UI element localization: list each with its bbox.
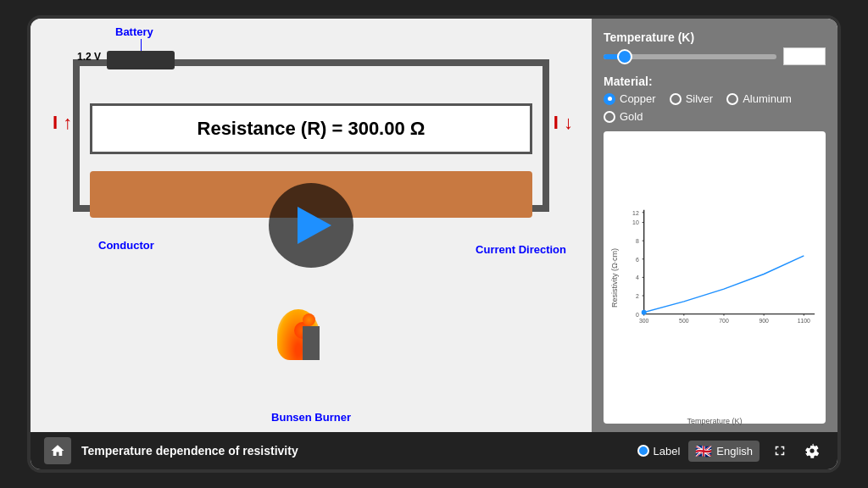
voltage-label: 1.2 V: [77, 51, 101, 63]
material-silver[interactable]: Silver: [670, 92, 714, 105]
fullscreen-button[interactable]: [768, 441, 792, 460]
temperature-label: Temperature (K): [604, 30, 826, 44]
svg-text:12: 12: [632, 210, 639, 216]
silver-label: Silver: [686, 92, 714, 105]
material-gold[interactable]: Gold: [604, 110, 643, 123]
temperature-input[interactable]: 300: [783, 47, 826, 65]
aluminum-label: Aluminum: [743, 92, 792, 105]
resistance-display: Resistance (R) = 300.00 Ω: [90, 103, 532, 154]
battery-box: [107, 51, 175, 69]
svg-text:700: 700: [719, 318, 729, 324]
svg-text:300: 300: [639, 318, 649, 324]
right-panel: Temperature (K) 300 Material: Copper: [592, 19, 837, 432]
material-section: Material: Copper Silver Aluminum: [604, 74, 826, 123]
main-content: Battery 1.2 V Resistance (R) = 300.00 Ω …: [31, 19, 837, 432]
material-label: Material:: [604, 75, 653, 88]
language-label: English: [716, 445, 753, 458]
resistance-value: Resistance (R) = 300.00 Ω: [198, 118, 426, 140]
copper-label: Copper: [620, 92, 656, 105]
play-button[interactable]: [269, 183, 353, 268]
flag-icon: 🇬🇧: [695, 443, 712, 459]
svg-text:500: 500: [679, 318, 689, 324]
bottom-title: Temperature dependence of resistivity: [81, 444, 627, 458]
svg-text:0: 0: [636, 312, 639, 318]
battery-connector-line: [141, 39, 142, 52]
gold-label: Gold: [620, 110, 643, 123]
resistivity-chart: 0 2 4 6 8 10 12 300 5: [627, 138, 819, 407]
label-toggle[interactable]: Label: [637, 445, 681, 458]
battery-label: Battery: [115, 25, 153, 38]
current-arrow-right: I ↓: [554, 112, 573, 134]
svg-text:8: 8: [636, 238, 639, 244]
y-axis-label: Resistivity (Ω·cm): [610, 247, 619, 307]
svg-point-26: [642, 310, 647, 315]
label-dot: [637, 445, 649, 457]
bunsen-label: Bunsen Burner: [271, 411, 351, 424]
chart-area: Resistivity (Ω·cm) Temperature (K) 0 2 4…: [604, 131, 826, 424]
radio-copper[interactable]: [604, 93, 615, 105]
flame-bubble2: [303, 313, 315, 326]
svg-text:10: 10: [632, 219, 639, 225]
fullscreen-icon: [772, 443, 787, 458]
bottom-controls: Label 🇬🇧 English: [637, 441, 824, 462]
flame-base: [303, 326, 320, 360]
settings-icon: [804, 443, 820, 458]
left-panel: Battery 1.2 V Resistance (R) = 300.00 Ω …: [31, 19, 592, 432]
material-copper[interactable]: Copper: [604, 92, 656, 105]
radio-aluminum[interactable]: [726, 93, 738, 105]
wire-right: [542, 59, 549, 212]
wire-left: [73, 59, 80, 212]
home-icon: [50, 443, 65, 458]
temperature-slider-track[interactable]: [604, 54, 776, 59]
settings-button[interactable]: [800, 441, 824, 460]
svg-text:1100: 1100: [798, 318, 810, 324]
x-axis-label: Temperature (K): [687, 417, 742, 425]
radio-silver[interactable]: [670, 93, 682, 105]
temperature-slider-row: 300: [604, 47, 826, 65]
svg-text:900: 900: [759, 318, 769, 324]
conductor-label: Conductor: [98, 239, 154, 252]
bottom-bar: Temperature dependence of resistivity La…: [31, 432, 837, 469]
video-container: Battery 1.2 V Resistance (R) = 300.00 Ω …: [27, 15, 841, 473]
material-aluminum[interactable]: Aluminum: [726, 92, 792, 105]
play-triangle-icon: [298, 207, 331, 244]
temperature-section: Temperature (K) 300: [604, 30, 826, 65]
material-radio-group: Copper Silver Aluminum Gold: [604, 92, 826, 123]
svg-text:4: 4: [636, 274, 639, 280]
radio-gold[interactable]: [604, 111, 615, 123]
flame-visual: [290, 326, 332, 385]
language-selector[interactable]: 🇬🇧 English: [688, 441, 760, 462]
current-arrow-left: I ↑: [53, 112, 72, 134]
current-direction-label: Current Direction: [476, 243, 566, 256]
label-text: Label: [654, 445, 681, 458]
home-button[interactable]: [44, 437, 71, 464]
slider-thumb[interactable]: [617, 49, 632, 64]
bunsen-burner: [290, 326, 332, 385]
svg-text:2: 2: [636, 293, 639, 299]
svg-text:6: 6: [636, 257, 639, 263]
